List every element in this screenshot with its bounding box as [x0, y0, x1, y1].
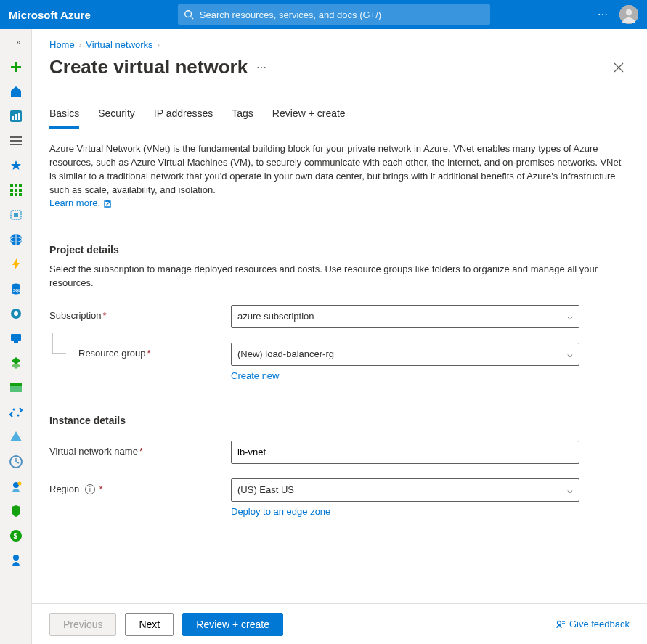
close-blade-button[interactable]: [608, 60, 630, 76]
svg-rect-8: [15, 114, 17, 120]
load-balancers-icon[interactable]: [7, 354, 25, 372]
svg-rect-20: [15, 193, 17, 196]
chevron-down-icon: ⌵: [567, 484, 573, 495]
favorites-icon[interactable]: [7, 157, 25, 174]
subscription-select[interactable]: azure subscription ⌵: [231, 305, 579, 328]
tab-ip-addresses[interactable]: IP addresses: [154, 107, 213, 129]
svg-point-35: [12, 409, 15, 411]
expand-nav-icon[interactable]: »: [9, 33, 27, 51]
subscription-label: Subscription*: [49, 305, 231, 321]
virtual-networks-icon[interactable]: [7, 404, 25, 421]
all-services-icon[interactable]: [7, 132, 25, 150]
app-services-icon[interactable]: [7, 231, 25, 248]
account-avatar[interactable]: [619, 5, 638, 24]
tab-security[interactable]: Security: [98, 107, 135, 129]
resource-group-label: Resource group*: [49, 343, 231, 359]
sql-database-icon[interactable]: SQL: [7, 280, 25, 298]
help-support-icon[interactable]: [7, 552, 25, 569]
search-icon: [184, 9, 200, 20]
create-resource-icon[interactable]: [7, 58, 25, 76]
intro-text: Azure Virtual Network (VNet) is the fund…: [49, 142, 630, 211]
svg-rect-33: [10, 383, 22, 386]
monitor-icon[interactable]: [7, 453, 25, 470]
svg-point-30: [14, 311, 18, 316]
close-icon: [614, 62, 624, 73]
chevron-down-icon: ⌵: [567, 311, 573, 322]
page-title: Create virtual network: [49, 56, 248, 78]
breadcrumb-vnets[interactable]: Virtual networks: [86, 39, 152, 50]
global-search[interactable]: [178, 4, 490, 25]
tab-basics[interactable]: Basics: [49, 107, 79, 129]
vnet-name-input[interactable]: [237, 447, 573, 457]
breadcrumb-home[interactable]: Home: [49, 39, 75, 50]
wizard-footer: Previous Next Review + create Give feedb…: [32, 603, 647, 644]
storage-accounts-icon[interactable]: [7, 379, 25, 396]
vnet-name-label: Virtual network name*: [49, 441, 231, 457]
svg-point-45: [557, 621, 561, 624]
svg-rect-15: [19, 184, 22, 187]
brand-label: Microsoft Azure: [9, 9, 91, 21]
info-icon[interactable]: i: [85, 484, 95, 494]
next-button[interactable]: Next: [125, 613, 174, 636]
security-center-icon[interactable]: [7, 502, 25, 520]
resource-groups-icon[interactable]: [7, 206, 25, 224]
svg-rect-14: [15, 184, 17, 187]
svg-rect-32: [14, 341, 18, 343]
wizard-tabs: Basics Security IP addresses Tags Review…: [49, 107, 630, 129]
resource-group-value: (New) load-balancer-rg: [237, 349, 334, 359]
svg-rect-34: [10, 386, 22, 392]
main-panel: Home › Virtual networks › Create virtual…: [32, 29, 647, 644]
svg-rect-21: [19, 193, 22, 196]
chevron-right-icon: ›: [79, 41, 82, 49]
intro-paragraph: Azure Virtual Network (VNet) is the fund…: [49, 143, 621, 195]
dashboard-icon[interactable]: [7, 107, 25, 125]
function-app-icon[interactable]: [7, 256, 25, 273]
home-icon[interactable]: [7, 83, 25, 100]
azure-ad-icon[interactable]: [7, 428, 25, 446]
advisor-icon[interactable]: [7, 478, 25, 495]
tab-tags[interactable]: Tags: [232, 107, 253, 129]
cost-management-icon[interactable]: $: [7, 527, 25, 545]
subscription-value: azure subscription: [237, 311, 314, 322]
svg-text:SQL: SQL: [13, 288, 20, 293]
svg-rect-7: [12, 116, 14, 120]
previous-button[interactable]: Previous: [49, 613, 116, 636]
svg-rect-17: [15, 189, 17, 192]
resource-group-select[interactable]: (New) load-balancer-rg ⌵: [231, 343, 579, 366]
chevron-down-icon: ⌵: [567, 349, 573, 359]
top-bar: Microsoft Azure ⋯: [0, 0, 647, 29]
give-feedback-link[interactable]: Give feedback: [556, 619, 630, 629]
tab-review-create[interactable]: Review + create: [272, 107, 346, 129]
svg-rect-16: [10, 189, 13, 192]
external-link-icon: [103, 200, 112, 208]
left-nav: » SQL $: [0, 29, 32, 644]
chevron-right-icon: ›: [158, 41, 160, 49]
cosmos-db-icon[interactable]: [7, 305, 25, 322]
svg-point-39: [17, 482, 21, 486]
all-resources-icon[interactable]: [7, 182, 25, 199]
svg-rect-19: [10, 193, 13, 196]
svg-rect-23: [14, 213, 18, 217]
feedback-icon: [556, 619, 566, 629]
project-details-desc: Select the subscription to manage deploy…: [49, 263, 630, 290]
review-create-button[interactable]: Review + create: [182, 613, 283, 636]
vnet-name-input-wrap: [231, 441, 579, 464]
topbar-more-button[interactable]: ⋯: [598, 9, 609, 20]
region-label: Region i *: [49, 478, 231, 495]
search-input[interactable]: [200, 9, 484, 20]
svg-rect-18: [19, 189, 22, 192]
svg-point-3: [626, 9, 632, 15]
svg-text:$: $: [13, 532, 17, 540]
virtual-machines-icon[interactable]: [7, 330, 25, 347]
page-more-button[interactable]: ⋯: [256, 62, 268, 73]
learn-more-link[interactable]: Learn more.: [49, 197, 112, 211]
svg-rect-13: [10, 184, 13, 187]
create-new-rg-link[interactable]: Create new: [231, 370, 279, 381]
person-icon: [619, 5, 638, 24]
svg-rect-9: [18, 113, 20, 120]
region-select[interactable]: (US) East US ⌵: [231, 478, 579, 502]
svg-line-1: [190, 17, 193, 20]
svg-point-36: [17, 415, 19, 417]
feedback-label: Give feedback: [569, 619, 630, 629]
deploy-edge-zone-link[interactable]: Deploy to an edge zone: [231, 506, 330, 517]
